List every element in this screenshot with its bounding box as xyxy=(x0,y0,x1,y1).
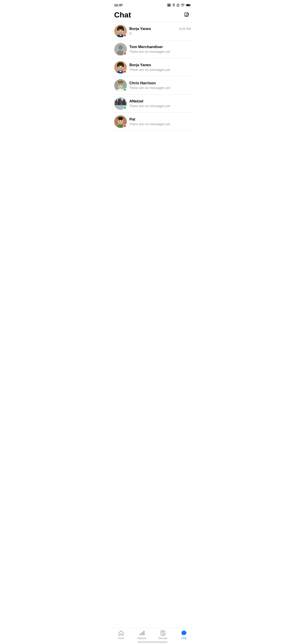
svg-point-53 xyxy=(119,120,120,122)
svg-rect-43 xyxy=(118,99,120,105)
header: Chat xyxy=(111,9,194,22)
chat-info-6: Pat There are no messages yet xyxy=(130,117,191,126)
chat-name-row-1: Borja Yanes 8:45 PM xyxy=(130,26,191,31)
page-title: Chat xyxy=(114,10,131,19)
chat-preview-2: There are no messages yet xyxy=(130,50,170,54)
svg-point-13 xyxy=(119,30,120,31)
chat-name-1: Borja Yanes xyxy=(130,26,151,31)
svg-rect-44 xyxy=(120,98,121,105)
chat-info-3: Borja Yanes There are no messages yet xyxy=(130,63,191,72)
svg-rect-1 xyxy=(168,4,170,6)
svg-rect-42 xyxy=(117,101,118,105)
chat-preview-4: There are no messages yet xyxy=(130,86,170,90)
status-dot-4 xyxy=(123,88,126,91)
svg-point-25 xyxy=(119,66,120,67)
svg-point-12 xyxy=(122,28,124,31)
chat-time-1: 8:45 PM xyxy=(179,27,191,31)
wifi-icon xyxy=(181,4,185,7)
svg-point-54 xyxy=(122,120,122,122)
svg-point-15 xyxy=(118,31,123,34)
svg-point-4 xyxy=(182,6,183,7)
battery-icon xyxy=(186,4,191,6)
lock-icon xyxy=(177,4,179,7)
svg-point-31 xyxy=(118,81,124,84)
status-dot-2 xyxy=(123,52,126,55)
chat-name-row-3: Borja Yanes xyxy=(130,63,191,67)
sim-icon xyxy=(167,4,171,7)
chat-preview-6: There are no messages yet xyxy=(130,122,170,126)
chat-item-5[interactable]: ANetzel There are no messages yet xyxy=(111,94,194,113)
status-bar: 12:47 xyxy=(111,0,194,9)
chat-item-4[interactable]: Chris Harrison There are no messages yet xyxy=(111,76,194,94)
svg-point-36 xyxy=(122,84,122,85)
chat-item-3[interactable]: Borja Yanes There are no messages yet xyxy=(111,58,194,76)
svg-rect-45 xyxy=(121,100,122,105)
svg-rect-6 xyxy=(186,4,190,6)
svg-rect-48 xyxy=(125,102,126,105)
svg-point-52 xyxy=(118,117,123,120)
chat-name-2: Tom Merchandiser xyxy=(130,45,163,49)
chat-name-3: Borja Yanes xyxy=(130,63,151,67)
svg-rect-40 xyxy=(115,100,116,105)
svg-rect-3 xyxy=(177,5,179,6)
svg-point-24 xyxy=(122,64,124,67)
avatar-wrap-5 xyxy=(114,97,127,110)
chat-item-6[interactable]: Pat There are no messages yet xyxy=(111,113,194,131)
chat-name-5: ANetzel xyxy=(130,99,143,104)
chat-info-2: Tom Merchandiser There are no messages y… xyxy=(130,45,191,54)
chat-name-row-2: Tom Merchandiser xyxy=(130,45,191,49)
status-dot-5 xyxy=(123,106,126,109)
chat-info-5: ANetzel There are no messages yet xyxy=(130,99,191,108)
chat-name-row-4: Chris Harrison xyxy=(130,81,191,86)
location-icon xyxy=(172,4,175,7)
svg-point-35 xyxy=(118,84,119,85)
status-dot-6 xyxy=(123,124,126,128)
chat-preview-1: D xyxy=(130,32,132,35)
status-dot-3 xyxy=(123,70,126,73)
compose-icon xyxy=(184,12,190,18)
status-time: 12:47 xyxy=(114,3,123,7)
svg-point-2 xyxy=(173,4,174,5)
avatar-wrap-3 xyxy=(114,61,127,74)
chat-item-1[interactable]: Borja Yanes 8:45 PM D xyxy=(111,22,194,40)
svg-rect-41 xyxy=(116,100,117,105)
svg-rect-46 xyxy=(122,101,123,105)
svg-point-26 xyxy=(122,66,122,67)
svg-point-11 xyxy=(117,28,119,31)
chat-name-row-5: ANetzel xyxy=(130,99,191,104)
chat-list: Borja Yanes 8:45 PM D Tom Merchandiser xyxy=(111,22,194,131)
chat-name-4: Chris Harrison xyxy=(130,81,156,86)
compose-button[interactable] xyxy=(183,11,191,19)
chat-info-4: Chris Harrison There are no messages yet xyxy=(130,81,191,90)
avatar-wrap-2 xyxy=(114,43,127,56)
avatar-wrap-1 xyxy=(114,25,127,37)
avatar-wrap-4 xyxy=(114,79,127,92)
svg-point-23 xyxy=(117,64,119,67)
status-icons xyxy=(167,4,191,7)
chat-name-row-6: Pat xyxy=(130,117,191,122)
chat-preview-3: There are no messages yet xyxy=(130,68,170,72)
status-dot-1 xyxy=(123,34,126,37)
avatar-wrap-6 xyxy=(114,116,127,128)
svg-rect-47 xyxy=(123,99,125,105)
chat-name-6: Pat xyxy=(130,117,135,122)
svg-point-14 xyxy=(122,30,122,31)
chat-info-1: Borja Yanes 8:45 PM D xyxy=(130,26,191,36)
svg-point-27 xyxy=(118,68,123,70)
svg-point-18 xyxy=(118,45,123,50)
chat-preview-5: There are no messages yet xyxy=(130,104,170,108)
chat-item-2[interactable]: Tom Merchandiser There are no messages y… xyxy=(111,40,194,58)
